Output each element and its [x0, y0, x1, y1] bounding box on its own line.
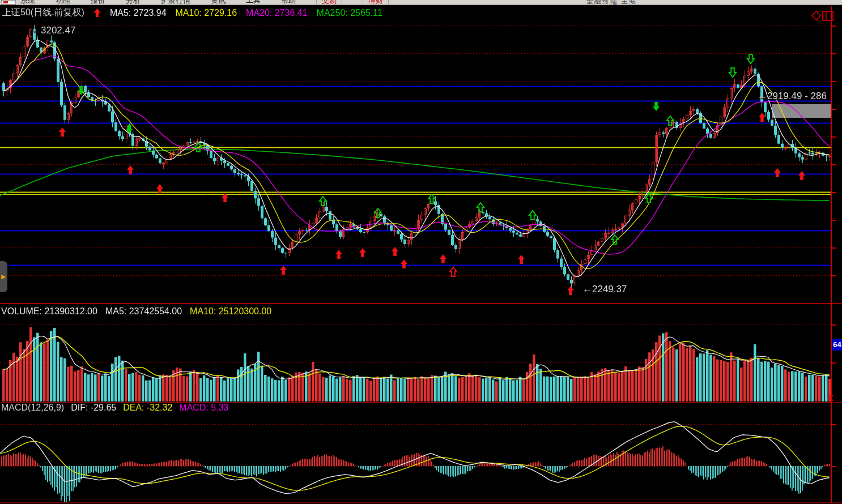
menu-right-text: 金融终端 主站: [586, 0, 637, 5]
app-logo: [1, 0, 16, 5]
price-annotation-high: ←3202.47: [31, 25, 75, 36]
macd-title-row: MACD(12,26,9) DIF: -29.65 DEA: -32.32 MA…: [1, 403, 228, 413]
expand-arrow-icon: ▶: [1, 273, 6, 280]
menu-item-wealth[interactable]: 理财: [363, 0, 389, 5]
volume-axis-label: 64: [832, 339, 842, 351]
sidebar-expand-tab[interactable]: ▶: [0, 261, 7, 292]
price-annotation-low: ←2249.37: [582, 284, 627, 295]
chart-symbol-label: 上证50(日线.前复权): [2, 7, 84, 19]
menu-items: 系统 功能 报价 分析 扩展行情 资讯 工具 帮助 交易 理财: [20, 0, 842, 5]
menu-item-system[interactable]: 系统: [20, 0, 35, 5]
dea-label: DEA: -32.32: [123, 403, 172, 413]
menu-item-news[interactable]: 资讯: [211, 0, 226, 5]
logo-mark: [3, 1, 8, 3]
chart-canvas[interactable]: [0, 0, 842, 504]
dif-label: DIF: -29.65: [71, 403, 116, 413]
menu-item-help[interactable]: 帮助: [281, 0, 296, 5]
menu-item-trade[interactable]: 交易: [316, 0, 342, 5]
split-window-icon[interactable]: [822, 11, 834, 21]
ma5-label: MA5: 2723.94: [110, 8, 167, 18]
ma250-label: MA250: 2565.11: [317, 8, 382, 18]
macd-params-label: MACD(12,26,9): [1, 403, 64, 413]
volume-label: VOLUME: 21390312.00: [1, 306, 97, 317]
menu-bar: 系统 功能 报价 分析 扩展行情 资讯 工具 帮助 交易 理财 金融终端 主站: [0, 0, 842, 5]
volume-scale-label[interactable]: X: [828, 393, 834, 403]
price-annotation-range: ←2919.49 - 286: [758, 91, 830, 102]
volume-title-row: VOLUME: 21390312.00 MA5: 23742554.00 MA1…: [1, 306, 271, 317]
menu-item-function[interactable]: 功能: [56, 0, 70, 5]
trading-terminal: { "menubar": { "items": ["系统","功能","报价",…: [0, 0, 842, 504]
menu-item-analysis[interactable]: 分析: [126, 0, 141, 5]
volume-ma5-label: MA5: 23742554.00: [105, 306, 182, 317]
up-arrow-icon: [93, 8, 101, 17]
volume-ma10-label: MA10: 25120300.00: [190, 306, 271, 317]
window-divider: [826, 12, 827, 20]
ma20-label: MA20: 2736.41: [246, 8, 308, 18]
macd-value-label: MACD: 5.33: [179, 403, 228, 413]
menu-item-extended[interactable]: 扩展行情: [161, 0, 190, 5]
menu-item-quotes[interactable]: 报价: [91, 0, 105, 5]
main-chart-title-row: 上证50(日线.前复权) MA5: 2723.94 MA10: 2729.16 …: [2, 7, 382, 19]
ma10-label: MA10: 2729.16: [176, 8, 237, 18]
menu-item-tools[interactable]: 工具: [246, 0, 261, 5]
